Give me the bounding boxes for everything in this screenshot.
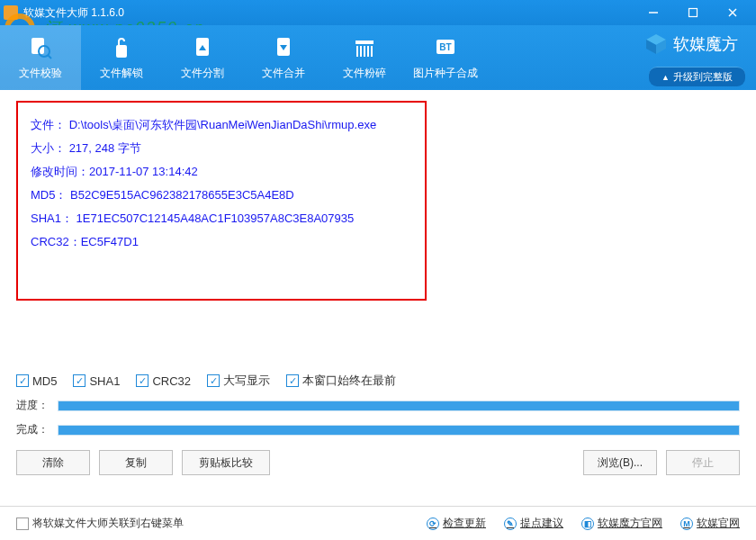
checkbox-crc32[interactable]: CRC32 xyxy=(136,374,191,388)
upgrade-button[interactable]: ▲ 升级到完整版 xyxy=(649,67,745,86)
svg-rect-1 xyxy=(689,9,698,17)
tab-file-unlock[interactable]: 文件解锁 xyxy=(81,25,162,90)
app-icon xyxy=(4,5,18,20)
mofang-site-link[interactable]: ◧软媒魔方官网 xyxy=(581,516,662,531)
tab-label: 图片种子合成 xyxy=(413,66,478,81)
checkbox-icon xyxy=(16,518,29,530)
tab-label: 文件解锁 xyxy=(100,66,143,81)
refresh-icon: ⟳ xyxy=(427,518,439,530)
tab-label: 文件合并 xyxy=(262,66,305,81)
browse-button[interactable]: 浏览(B)... xyxy=(583,450,657,475)
button-row: 清除 复制 剪贴板比较 浏览(B)... 停止 xyxy=(16,450,740,475)
tab-file-split[interactable]: 文件分割 xyxy=(162,25,243,90)
options-row: MD5 SHA1 CRC32 大写显示 本窗口始终在最前 xyxy=(16,373,740,389)
done-label: 完成： xyxy=(16,422,49,437)
checkbox-uppercase[interactable]: 大写显示 xyxy=(207,373,270,389)
suggest-link[interactable]: ✎提点建议 xyxy=(504,516,563,531)
brand-label: 软媒魔方 xyxy=(673,33,738,55)
checkbox-context-menu[interactable]: 将软媒文件大师关联到右键菜单 xyxy=(16,516,184,531)
brand: 软媒魔方 xyxy=(644,32,738,56)
checkbox-icon xyxy=(207,374,220,387)
footer: 将软媒文件大师关联到右键菜单 ⟳检查更新 ✎提点建议 ◧软媒魔方官网 M软媒官网 xyxy=(0,506,756,540)
close-button[interactable] xyxy=(713,0,752,25)
brand-cube-icon xyxy=(644,32,668,56)
svg-rect-9 xyxy=(116,45,127,58)
done-bar xyxy=(58,425,740,436)
checkbox-icon xyxy=(286,374,299,387)
pencil-icon: ✎ xyxy=(504,518,517,530)
checkbox-icon xyxy=(16,374,29,387)
titlebar: 软媒文件大师 1.1.6.0 xyxy=(0,0,756,25)
chevron-up-icon: ▲ xyxy=(662,73,670,82)
copy-button[interactable]: 复制 xyxy=(99,450,173,475)
done-row: 完成： xyxy=(16,422,740,437)
tab-file-verify[interactable]: 文件校验 xyxy=(0,25,81,90)
result-output: 文件： D:\tools\桌面\河东软件园\RuanMeiWenJianDaSh… xyxy=(16,101,427,301)
minimize-button[interactable] xyxy=(634,0,673,25)
svg-text:BT: BT xyxy=(439,42,451,52)
maximize-button[interactable] xyxy=(673,0,713,25)
checkbox-icon xyxy=(136,374,148,387)
merge-icon xyxy=(271,35,296,60)
progress-bar xyxy=(58,400,740,411)
checkbox-topmost[interactable]: 本窗口始终在最前 xyxy=(286,373,396,389)
verify-icon xyxy=(28,35,53,60)
svg-line-8 xyxy=(48,55,51,58)
split-icon xyxy=(190,35,215,60)
stop-button[interactable]: 停止 xyxy=(666,450,740,475)
ruanmei-site-link[interactable]: M软媒官网 xyxy=(680,516,740,531)
checkbox-icon xyxy=(73,374,86,387)
check-update-link[interactable]: ⟳检查更新 xyxy=(427,516,486,531)
checkbox-md5[interactable]: MD5 xyxy=(16,374,57,388)
progress-label: 进度： xyxy=(16,398,49,413)
window-title: 软媒文件大师 1.1.6.0 xyxy=(23,5,634,21)
tab-file-shred[interactable]: 文件粉碎 xyxy=(324,25,405,90)
progress-row: 进度： xyxy=(16,398,740,413)
bt-icon: BT xyxy=(433,35,458,60)
tab-label: 文件粉碎 xyxy=(343,66,386,81)
toolbar: 文件校验 文件解锁 文件分割 文件合并 文件粉碎 BT 图片种子合成 软媒魔方 … xyxy=(0,25,756,90)
tab-label: 文件分割 xyxy=(181,66,224,81)
clipboard-compare-button[interactable]: 剪贴板比较 xyxy=(182,450,270,475)
tab-label: 文件校验 xyxy=(19,66,62,81)
unlock-icon xyxy=(109,35,134,60)
svg-rect-14 xyxy=(356,40,374,44)
clear-button[interactable]: 清除 xyxy=(16,450,90,475)
upgrade-label: 升级到完整版 xyxy=(673,70,733,84)
content: 文件： D:\tools\桌面\河东软件园\RuanMeiWenJianDaSh… xyxy=(0,90,756,475)
tab-image-torrent[interactable]: BT 图片种子合成 xyxy=(405,25,486,90)
tab-file-merge[interactable]: 文件合并 xyxy=(243,25,324,90)
cube-icon: ◧ xyxy=(581,518,594,530)
shred-icon xyxy=(352,35,377,60)
checkbox-sha1[interactable]: SHA1 xyxy=(73,374,120,388)
m-icon: M xyxy=(680,518,693,530)
